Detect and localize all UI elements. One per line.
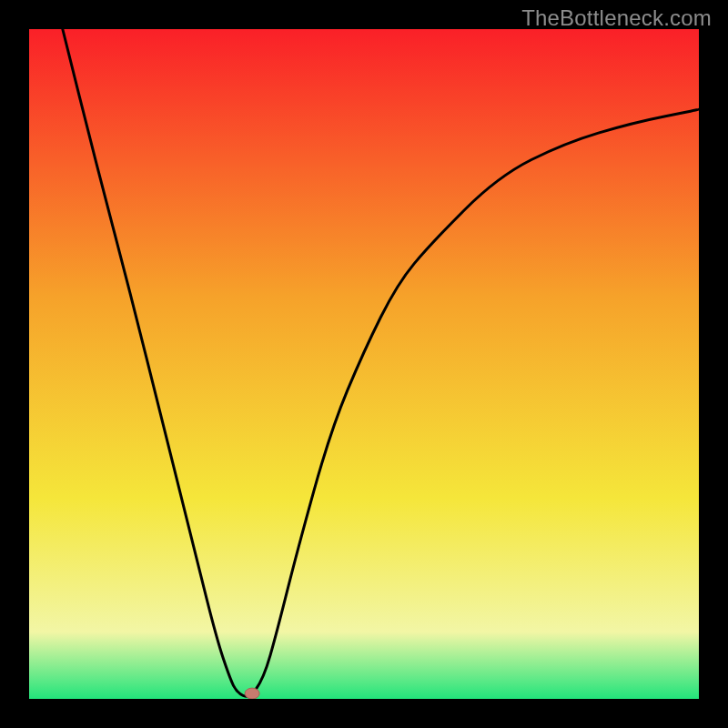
optimal-point-marker (245, 688, 259, 699)
plot-area (29, 29, 699, 699)
chart-svg (29, 29, 699, 699)
chart-frame: TheBottleneck.com (0, 0, 728, 728)
watermark-text: TheBottleneck.com (521, 5, 712, 31)
gradient-background (29, 29, 699, 699)
